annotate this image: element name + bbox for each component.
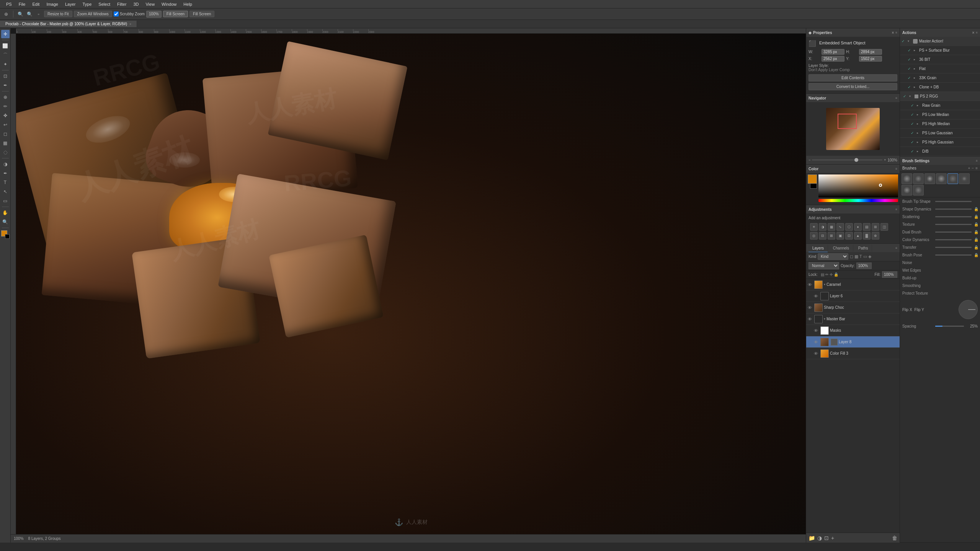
adj-colorbalance-btn[interactable]: ⊞ (872, 223, 879, 231)
layer-row-masterbar[interactable]: 👁 ▾ Master Bar (806, 313, 900, 325)
action-row-11[interactable]: ✓ ▸ PS High Gaussian (900, 138, 980, 147)
layer-vis-layer6[interactable]: 👁 (814, 294, 819, 298)
layer-vis-sharpchoc[interactable]: 👁 (808, 305, 813, 310)
brush-menu-btn[interactable]: ≡ (975, 166, 978, 170)
fill-input[interactable] (882, 271, 897, 278)
edit-contents-btn[interactable]: Edit Contents (808, 74, 897, 82)
brush-texture-lock[interactable]: 🔒 (974, 222, 978, 227)
brush-setting-texture[interactable]: Texture 🔒 (900, 220, 980, 228)
adj-curves-btn[interactable]: ∿ (836, 223, 844, 231)
adj-contrast-btn[interactable]: ◑ (819, 223, 826, 231)
adj-vibrance-btn[interactable]: ♦ (854, 223, 862, 231)
prop-y-input[interactable] (859, 56, 882, 62)
adj-colorlookup-btn[interactable]: ⊠ (828, 232, 835, 240)
action-expand-8[interactable]: ▸ (917, 113, 921, 116)
action-expand-0[interactable]: ▾ (908, 39, 911, 43)
scrubby-zoom-checkbox[interactable]: Scrubby Zoom (114, 11, 145, 16)
properties-close-btn[interactable]: × (892, 31, 894, 35)
nav-zoom-minus[interactable]: − (808, 158, 810, 162)
brush-setting-dual[interactable]: Dual Brush 🔒 (900, 228, 980, 236)
adj-mixer-btn[interactable]: ⊟ (819, 232, 826, 240)
action-expand-3[interactable]: ▸ (914, 67, 918, 70)
move-tool[interactable]: ✛ (1, 30, 10, 38)
zoom-tool[interactable]: 🔍 (1, 218, 10, 226)
layer-vis-masterbar[interactable]: 👁 (808, 317, 813, 321)
adj-hsl-btn[interactable]: ▤ (863, 223, 871, 231)
type-tool[interactable]: T (1, 178, 10, 187)
lasso-tool[interactable]: ⌒ (1, 51, 10, 59)
new-group-btn[interactable]: 📁 (808, 535, 815, 541)
brush-setting-protect[interactable]: Protect Texture (900, 289, 980, 297)
action-row-6[interactable]: ✓ ▾ PS 2 RGG (900, 92, 980, 101)
brush-transfer-lock[interactable]: 🔒 (974, 245, 978, 249)
channels-tab[interactable]: Channels (829, 245, 853, 252)
action-expand-10[interactable]: ▸ (917, 131, 921, 135)
history-brush-tool[interactable]: ↩ (1, 121, 10, 129)
properties-panel-header[interactable]: ◈ Properties × ≡ (806, 28, 900, 37)
menu-3d[interactable]: 3D (130, 1, 142, 7)
fill-screen-2-btn[interactable]: Fill Screen (189, 11, 214, 17)
layer-row-sharpchoc[interactable]: 👁 Sharp Choc (806, 302, 900, 313)
menu-edit[interactable]: Edit (29, 1, 42, 7)
layers-tab[interactable]: Layers (808, 245, 828, 253)
brush-pose-lock[interactable]: 🔒 (974, 253, 978, 257)
brush-setting-color-dyn[interactable]: Color Dynamics 🔒 (900, 236, 980, 243)
actions-close-btn[interactable]: × (972, 31, 974, 35)
magic-wand-tool[interactable]: ✦ (1, 60, 10, 68)
foreground-color[interactable] (1, 230, 10, 239)
nav-zoom-plus[interactable]: + (884, 158, 886, 162)
layer-expand-masterbar[interactable]: ▾ (824, 317, 825, 321)
brush-thumb-7[interactable] (902, 185, 912, 196)
menu-view[interactable]: View (142, 1, 158, 7)
brush-new-btn[interactable]: + (968, 166, 970, 170)
rect-select-tool[interactable]: ⬜ (1, 42, 10, 50)
menu-layer[interactable]: Layer (62, 1, 79, 7)
scrubby-zoom-input[interactable] (114, 11, 119, 16)
delete-layer-btn[interactable]: 🗑 (892, 535, 897, 541)
canvas-content[interactable]: RRCG 人人素材 人人素材 RRCG 人人素材 ⚓ 人人素材 (16, 34, 806, 534)
crop-tool[interactable]: ⊡ (1, 72, 10, 80)
color-menu-btn[interactable]: ≡ (895, 167, 897, 171)
layer-row-layer8[interactable]: 👁 Layer 8 (806, 336, 900, 348)
menu-type[interactable]: Type (80, 1, 95, 7)
blend-mode-select[interactable]: Normal (808, 262, 839, 269)
action-expand-7[interactable]: ▸ (917, 104, 921, 107)
brush-setting-smoothing[interactable]: Smoothing (900, 282, 980, 289)
action-expand-9[interactable]: ▸ (917, 122, 921, 126)
layer-vis-colorfill3[interactable]: 👁 (814, 351, 819, 356)
adjustments-header[interactable]: Adjustments ≡ (806, 205, 900, 214)
paths-tab[interactable]: Paths (854, 245, 872, 252)
filter-type-icon[interactable]: T (859, 254, 862, 259)
fill-screen-btn[interactable]: Fill Screen (163, 11, 188, 17)
zoom-in-icon[interactable]: 🔍 (26, 10, 33, 18)
action-row-12[interactable]: ✓ ▸ D/B (900, 147, 980, 156)
brush-dual-lock[interactable]: 🔒 (974, 230, 978, 234)
action-expand-12[interactable]: ▸ (917, 150, 921, 153)
adj-threshold-btn[interactable]: ▲ (854, 232, 862, 240)
action-expand-6[interactable]: ▾ (909, 95, 913, 98)
adjustments-menu-btn[interactable]: ≡ (895, 208, 897, 211)
layer-row-layer6[interactable]: 👁 Layer 6 (806, 290, 900, 302)
resize-to-fit-btn[interactable]: Resize to Fit (44, 11, 72, 17)
action-expand-5[interactable]: ▸ (914, 85, 918, 89)
layer-row-masks[interactable]: 👁 Masks (806, 325, 900, 336)
adj-levels-btn[interactable]: ▦ (828, 223, 835, 231)
brush-setting-tip-shape[interactable]: Brush Tip Shape (900, 197, 980, 205)
pen-tool[interactable]: ✒ (1, 169, 10, 178)
layer-row-caramel[interactable]: 👁 ▾ Caramel (806, 279, 900, 290)
action-expand-1[interactable]: ▸ (914, 49, 918, 52)
action-row-8[interactable]: ✓ ▸ PS Low Median (900, 110, 980, 119)
brush-thumb-6[interactable] (959, 173, 970, 184)
action-row-0[interactable]: ✓ ▾ Master Action! (900, 37, 980, 46)
add-mask-btn[interactable]: ⊡ (824, 535, 829, 541)
prop-w-input[interactable] (822, 49, 844, 55)
new-fill-btn[interactable]: ◑ (817, 535, 822, 541)
lock-position-icon[interactable]: ✛ (830, 272, 833, 277)
layer-vis-layer8[interactable]: 👁 (814, 340, 819, 344)
layer-vis-caramel[interactable]: 👁 (808, 282, 813, 287)
convert-to-linked-btn[interactable]: Convert to Linked... (808, 83, 897, 90)
menu-filter[interactable]: Filter (114, 1, 129, 7)
gradient-tool[interactable]: ▦ (1, 139, 10, 147)
navigator-header[interactable]: Navigator ≡ (806, 94, 900, 102)
adj-gradient-map-btn[interactable]: ▓ (863, 232, 871, 240)
